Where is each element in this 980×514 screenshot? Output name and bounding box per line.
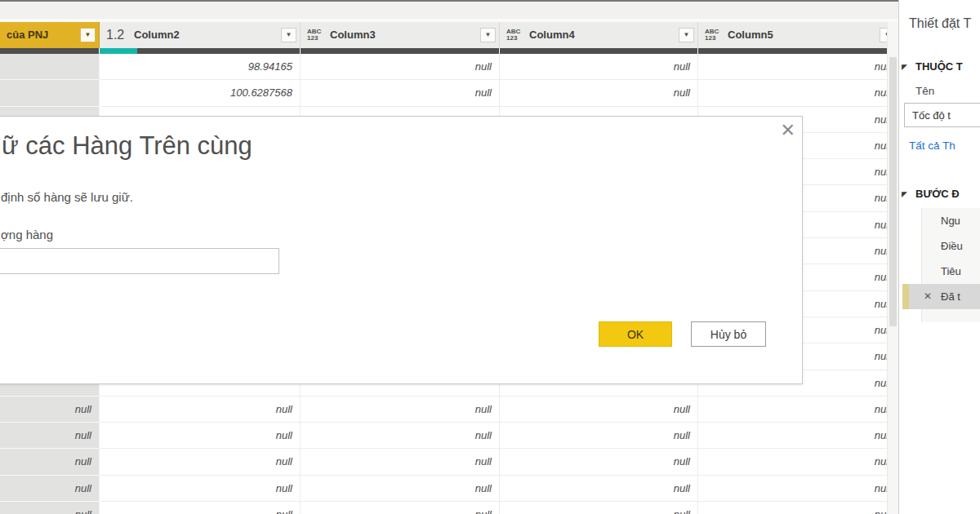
table-cell[interactable]: null <box>500 80 698 106</box>
any-type-icon[interactable]: ABC123 <box>506 29 520 42</box>
dialog-description: định số hàng sẽ lưu giữ. <box>1 190 133 204</box>
formula-bar-strip <box>0 0 898 22</box>
step-label: Điều <box>941 233 963 259</box>
properties-section-header[interactable]: THUỘC T <box>915 60 963 73</box>
table-cell[interactable]: null <box>100 476 301 502</box>
filter-dropdown-icon[interactable]: ▼ <box>679 28 694 42</box>
filter-dropdown-icon[interactable]: ▼ <box>80 28 96 42</box>
column-header-column3[interactable]: ABC123 Column3 ▼ <box>301 22 500 48</box>
applied-step-item[interactable]: Tiêu <box>899 259 980 284</box>
table-cell[interactable]: null <box>500 476 698 502</box>
quality-segment <box>0 48 99 54</box>
applied-step-item[interactable]: Ngu <box>899 208 980 233</box>
table-cell[interactable]: null <box>100 449 301 475</box>
table-cell[interactable]: null <box>100 423 301 449</box>
table-row: nullnullnullnullnull <box>0 449 898 475</box>
column-header-label: của PNJ <box>7 22 48 48</box>
applied-steps-section-header[interactable]: BƯỚC Đ <box>915 188 960 200</box>
table-cell[interactable]: null <box>301 54 500 80</box>
column-header-cua-pnj[interactable]: của PNJ ▼ <box>0 22 100 48</box>
table-cell[interactable]: null <box>500 397 698 423</box>
table-row: nullnullnullnullnull <box>0 476 898 502</box>
step-label: Ngu <box>941 208 960 233</box>
table-row: 98.94165nullnullnull <box>0 54 898 80</box>
row-count-label: ợng hàng <box>1 228 53 241</box>
table-cell[interactable]: null <box>698 476 898 502</box>
123-label: 123 <box>506 35 520 42</box>
query-settings-pane: Thiết đặt T ◤ THUỘC T Tên Tất cả Th ◤ BƯ… <box>899 0 980 514</box>
table-cell[interactable]: null <box>0 397 100 423</box>
table-cell[interactable]: null <box>500 423 698 449</box>
column-header-label: Column3 <box>330 22 376 48</box>
table-cell[interactable]: 100.6287568 <box>100 80 301 106</box>
table-cell[interactable]: null <box>0 476 100 502</box>
column-quality-bar <box>0 48 898 54</box>
row-count-input[interactable] <box>0 248 279 274</box>
vertical-scrollbar[interactable] <box>887 22 898 514</box>
applied-step-item[interactable]: Điều <box>899 233 980 259</box>
table-cell[interactable]: null <box>698 423 898 449</box>
table-cell[interactable]: null <box>301 449 500 475</box>
power-query-editor-window: của PNJ ▼ 1.2 Column2 ▼ ABC123 Column3 ▼… <box>0 0 980 514</box>
filter-dropdown-icon[interactable]: ▼ <box>480 28 496 42</box>
table-cell[interactable]: null <box>698 502 898 514</box>
column-header-label: Column5 <box>728 22 773 48</box>
table-cell[interactable]: null <box>301 502 500 514</box>
ok-button[interactable]: OK <box>599 321 672 347</box>
123-label: 123 <box>307 35 321 42</box>
table-cell[interactable]: null <box>698 80 898 106</box>
table-cell[interactable]: null <box>0 502 100 514</box>
table-cell[interactable]: null <box>0 423 100 449</box>
table-cell[interactable]: null <box>500 502 698 514</box>
table-cell[interactable]: null <box>698 54 898 80</box>
all-properties-link[interactable]: Tất cả Th <box>909 140 956 152</box>
table-cell[interactable] <box>0 54 100 80</box>
123-label: 123 <box>705 35 719 42</box>
filter-dropdown-icon[interactable]: ▼ <box>281 28 296 42</box>
pane-title: Thiết đặt T <box>909 16 971 31</box>
table-cell[interactable]: null <box>500 449 698 475</box>
table-cell[interactable] <box>0 80 100 106</box>
close-icon[interactable]: ✕ <box>781 120 795 141</box>
table-row: nullnullnullnullnull <box>0 423 898 449</box>
pane-divider <box>898 0 899 514</box>
dialog-title: ữ các Hàng Trên cùng <box>2 128 252 164</box>
quality-segment <box>137 48 300 54</box>
table-cell[interactable]: null <box>698 397 898 423</box>
collapse-triangle-icon[interactable]: ◤ <box>902 63 907 71</box>
table-cell[interactable]: null <box>500 54 698 80</box>
applied-steps-list: NguĐiềuTiêu✕Đã t <box>899 208 980 309</box>
any-type-icon[interactable]: ABC123 <box>307 29 321 42</box>
column-header-column2[interactable]: 1.2 Column2 ▼ <box>100 22 301 48</box>
column-header-label: Column2 <box>134 22 180 48</box>
table-cell[interactable]: null <box>0 449 100 475</box>
table-cell[interactable]: null <box>698 449 898 475</box>
cancel-button[interactable]: Hủy bỏ <box>691 321 766 347</box>
applied-step-selected[interactable]: ✕Đã t <box>909 284 980 309</box>
step-label: Đã t <box>941 284 960 309</box>
table-cell[interactable]: null <box>100 397 301 423</box>
table-cell[interactable]: null <box>301 423 500 449</box>
any-type-icon[interactable]: ABC123 <box>705 29 719 42</box>
collapse-triangle-icon[interactable]: ◤ <box>902 190 907 198</box>
query-name-input[interactable] <box>904 103 980 127</box>
name-field-label: Tên <box>915 85 934 97</box>
column-header-label: Column4 <box>529 22 575 48</box>
delete-step-icon[interactable]: ✕ <box>924 284 932 309</box>
decimal-type-icon[interactable]: 1.2 <box>106 22 124 48</box>
quality-segment <box>301 48 499 54</box>
table-row: nullnullnullnullnull <box>0 397 898 423</box>
table-cell[interactable]: null <box>301 80 500 106</box>
table-cell[interactable]: null <box>301 476 500 502</box>
table-cell[interactable]: null <box>100 502 301 514</box>
quality-segment <box>698 48 898 54</box>
column-header-column5[interactable]: ABC123 Column5 ▼ <box>698 22 898 48</box>
column-header-column4[interactable]: ABC123 Column4 ▼ <box>500 22 698 48</box>
table-row: nullnullnullnullnull <box>0 502 898 514</box>
table-cell[interactable]: null <box>301 397 500 423</box>
table-header-row: của PNJ ▼ 1.2 Column2 ▼ ABC123 Column3 ▼… <box>0 22 898 48</box>
quality-segment-valid <box>100 48 137 54</box>
scrollbar-thumb[interactable] <box>889 57 897 326</box>
table-cell[interactable]: 98.94165 <box>100 54 301 80</box>
selected-step-accent <box>902 284 909 309</box>
